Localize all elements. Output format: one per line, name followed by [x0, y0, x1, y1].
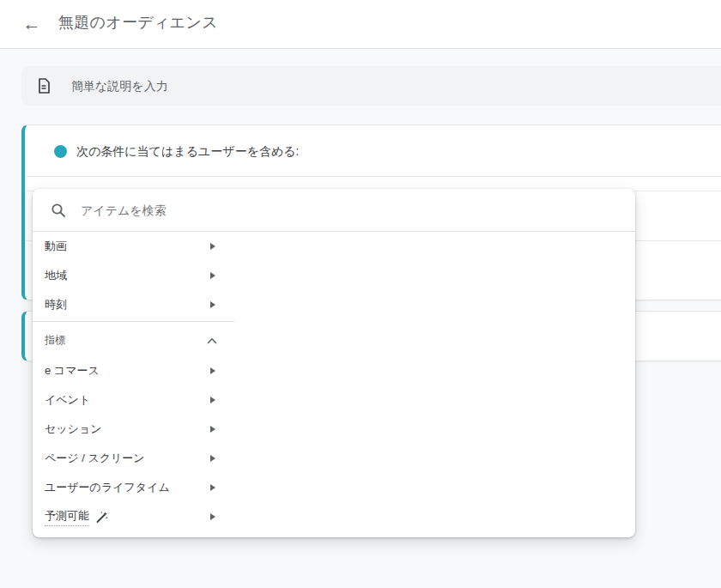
submenu-arrow-icon: [210, 243, 215, 250]
menu-section-divider: [33, 321, 234, 322]
submenu-arrow-icon: [210, 455, 215, 462]
dropdown-menu: 動画 地域 時刻 指標 e コマース: [33, 232, 234, 531]
menu-item-session[interactable]: セッション: [33, 415, 234, 444]
menu-item-label: e コマース: [45, 363, 100, 379]
menu-item-label: 地域: [45, 268, 67, 283]
search-input[interactable]: [81, 189, 613, 231]
menu-item-ecommerce[interactable]: e コマース: [33, 356, 234, 385]
menu-item-predictive[interactable]: 予測可能: [33, 502, 234, 531]
submenu-arrow-icon: [210, 367, 215, 374]
include-card-title: 次の条件に当てはまるユーザーを含める:: [76, 144, 300, 160]
submenu-arrow-icon: [210, 272, 215, 279]
submenu-arrow-icon: [210, 397, 215, 403]
menu-item-region[interactable]: 地域: [33, 261, 234, 290]
audience-builder-page: ← 無題のオーディエンス 次の条件に当てはまるユーザーを含める:: [0, 0, 721, 588]
menu-item-events[interactable]: イベント: [33, 385, 234, 415]
section-label: 指標: [45, 333, 65, 348]
search-icon: [51, 203, 66, 218]
document-icon: [35, 77, 52, 94]
menu-item-label: 予測可能: [45, 508, 89, 526]
menu-item-label: セッション: [45, 421, 102, 437]
menu-item-label: 動画: [45, 239, 67, 254]
page-title: 無題のオーディエンス: [58, 12, 218, 33]
magic-wand-icon: [95, 511, 108, 524]
header-bar: ← 無題のオーディエンス: [0, 0, 721, 49]
chevron-up-icon: [207, 332, 217, 348]
submenu-arrow-icon: [210, 484, 215, 491]
submenu-arrow-icon: [210, 513, 215, 520]
submenu-arrow-icon: [210, 301, 215, 308]
menu-item-label: ページ / スクリーン: [45, 451, 145, 466]
menu-item-video[interactable]: 動画: [33, 232, 234, 261]
back-button[interactable]: ←: [19, 11, 45, 37]
section-header-metrics[interactable]: 指標: [33, 324, 234, 356]
submenu-arrow-icon: [210, 426, 215, 433]
menu-item-page-screen[interactable]: ページ / スクリーン: [33, 444, 234, 473]
description-bar: [21, 66, 721, 106]
menu-item-user-lifetime[interactable]: ユーザーのライフタイム: [33, 473, 234, 502]
menu-item-label: ユーザーのライフタイム: [45, 480, 170, 495]
include-card-header: 次の条件に当てはまるユーザーを含める:: [25, 125, 721, 177]
include-marker-icon: [54, 145, 67, 158]
menu-item-time[interactable]: 時刻: [33, 290, 234, 319]
description-input[interactable]: [71, 66, 706, 106]
menu-item-label: 時刻: [45, 297, 67, 312]
menu-item-label: イベント: [45, 392, 90, 408]
condition-picker-dropdown: 動画 地域 時刻 指標 e コマース: [33, 189, 635, 537]
dropdown-search-row: [33, 189, 635, 232]
